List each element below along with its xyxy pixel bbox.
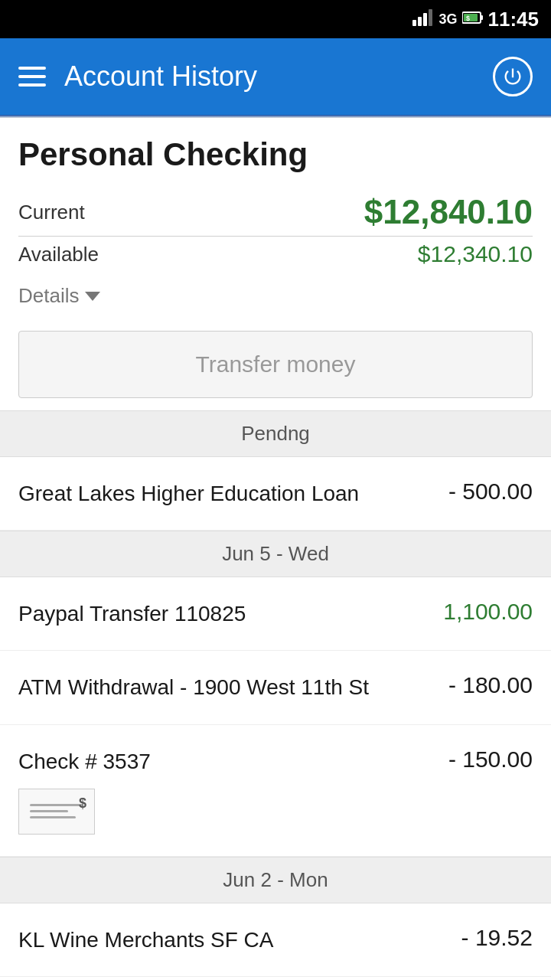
transaction-row[interactable]: Great Lakes Higher Education Loan- 500.0… bbox=[0, 457, 551, 531]
transactions-container: PendngGreat Lakes Higher Education Loan-… bbox=[0, 410, 551, 977]
transaction-amount: - 180.00 bbox=[448, 672, 533, 698]
menu-icon[interactable] bbox=[18, 67, 46, 87]
transaction-amount: 1,100.00 bbox=[443, 599, 533, 625]
signal-icon bbox=[412, 9, 434, 30]
available-balance-row: Available $12,340.10 bbox=[18, 237, 533, 272]
current-balance-row: Current $12,840.10 bbox=[18, 188, 533, 237]
svg-rect-5 bbox=[481, 15, 483, 20]
transaction-row[interactable]: Paypal Transfer 1108251,100.00 bbox=[0, 577, 551, 651]
account-name: Personal Checking bbox=[18, 136, 533, 173]
transfer-money-button[interactable]: Transfer money bbox=[18, 331, 533, 398]
transaction-amount: - 150.00 bbox=[448, 746, 533, 773]
transaction-amount: - 19.52 bbox=[461, 925, 533, 951]
network-label: 3G bbox=[439, 11, 457, 28]
check-image[interactable]: $ bbox=[18, 789, 95, 835]
transaction-name: KL Wine Merchants SF CA bbox=[18, 925, 461, 955]
section-header-2: Jun 2 - Mon bbox=[0, 857, 551, 903]
transaction-name: ATM Withdrawal - 1900 West 11th St bbox=[18, 672, 448, 702]
transaction-name: Check # 3537 bbox=[18, 746, 448, 776]
svg-rect-3 bbox=[429, 9, 432, 26]
section-header-0: Pendng bbox=[0, 410, 551, 457]
transaction-row[interactable]: Check # 3537- 150.00 $ bbox=[0, 725, 551, 857]
transaction-row[interactable]: ATM Withdrawal - 1900 West 11th St- 180.… bbox=[0, 651, 551, 724]
transaction-amount: - 500.00 bbox=[448, 479, 533, 505]
chevron-down-icon bbox=[85, 292, 100, 301]
transaction-name: Great Lakes Higher Education Loan bbox=[18, 479, 448, 508]
time-display: 11:45 bbox=[488, 8, 540, 31]
power-button[interactable] bbox=[493, 57, 533, 96]
details-toggle[interactable]: Details bbox=[18, 272, 533, 315]
section-header-1: Jun 5 - Wed bbox=[0, 531, 551, 577]
current-balance: $12,840.10 bbox=[364, 193, 533, 231]
available-label: Available bbox=[18, 243, 99, 266]
available-balance: $12,340.10 bbox=[418, 241, 533, 267]
transaction-row[interactable]: KL Wine Merchants SF CA- 19.52 bbox=[0, 903, 551, 977]
transaction-name: Paypal Transfer 110825 bbox=[18, 599, 443, 629]
svg-rect-0 bbox=[412, 20, 416, 26]
battery-icon: $ bbox=[462, 11, 484, 28]
page-title: Account History bbox=[64, 60, 257, 93]
app-bar: Account History bbox=[0, 38, 551, 115]
current-label: Current bbox=[18, 201, 85, 224]
details-label: Details bbox=[18, 284, 79, 308]
svg-rect-2 bbox=[423, 13, 427, 26]
svg-text:$: $ bbox=[466, 15, 470, 22]
status-bar: 3G $ 11:45 bbox=[0, 0, 551, 38]
svg-rect-1 bbox=[418, 17, 422, 26]
account-header: Personal Checking Current $12,840.10 Ava… bbox=[0, 118, 551, 323]
